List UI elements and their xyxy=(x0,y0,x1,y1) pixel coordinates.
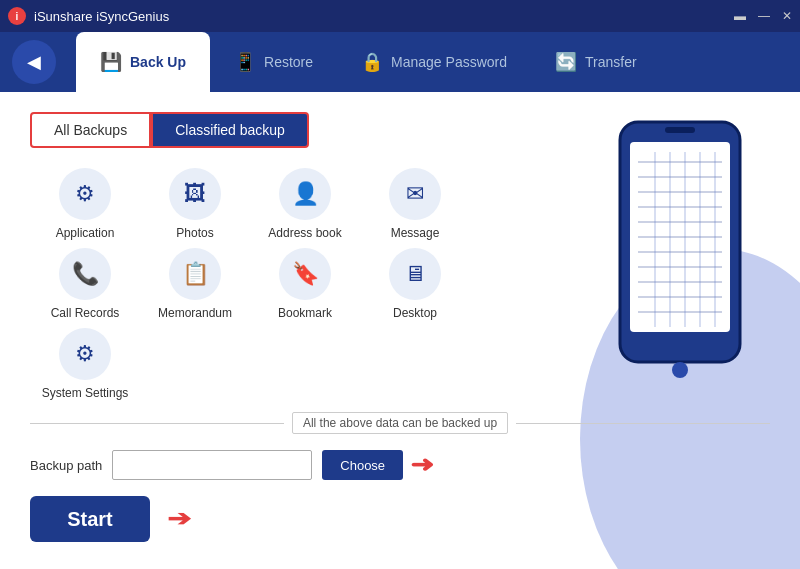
memorandum-icon: 📋 xyxy=(169,248,221,300)
tab-transfer[interactable]: 🔄 Transfer xyxy=(531,32,661,92)
icon-memorandum[interactable]: 📋 Memorandum xyxy=(140,248,250,320)
icon-desktop[interactable]: 🖥 Desktop xyxy=(360,248,470,320)
sub-tab-row: All Backups Classified backup xyxy=(30,112,770,148)
backup-path-input[interactable] xyxy=(112,450,312,480)
choose-button[interactable]: Choose xyxy=(322,450,403,480)
icon-system-settings[interactable]: ⚙ System Settings xyxy=(30,328,140,400)
backup-icon: 💾 xyxy=(100,51,122,73)
navbar: ◀ 💾 Back Up 📱 Restore 🔒 Manage Password … xyxy=(0,32,800,92)
divider-text: All the above data can be backed up xyxy=(292,412,508,434)
tab-restore-label: Restore xyxy=(264,54,313,70)
icon-photos[interactable]: 🖼 Photos xyxy=(140,168,250,240)
application-icon: ⚙ xyxy=(59,168,111,220)
call-records-icon: 📞 xyxy=(59,248,111,300)
arrow-right-icon: ➜ xyxy=(410,452,433,478)
call-records-label: Call Records xyxy=(51,306,120,320)
photos-label: Photos xyxy=(176,226,213,240)
arrow-left-icon: ➔ xyxy=(167,506,190,532)
icon-address-book[interactable]: 👤 Address book xyxy=(250,168,360,240)
icons-grid: ⚙ Application 🖼 Photos 👤 Address book ✉ … xyxy=(30,168,770,400)
restore-icon: 📱 xyxy=(234,51,256,73)
bookmark-icon: 🔖 xyxy=(279,248,331,300)
tab-manage-password[interactable]: 🔒 Manage Password xyxy=(337,32,531,92)
sub-tab-all-backups[interactable]: All Backups xyxy=(30,112,151,148)
desktop-label: Desktop xyxy=(393,306,437,320)
icon-message[interactable]: ✉ Message xyxy=(360,168,470,240)
nav-tabs: 💾 Back Up 📱 Restore 🔒 Manage Password 🔄 … xyxy=(76,32,661,92)
message-icon: ✉ xyxy=(389,168,441,220)
titlebar-left: i iSunshare iSyncGenius xyxy=(8,7,169,25)
titlebar-controls: ▬ — ✕ xyxy=(734,9,792,23)
icon-bookmark[interactable]: 🔖 Bookmark xyxy=(250,248,360,320)
application-label: Application xyxy=(56,226,115,240)
close-icon[interactable]: ✕ xyxy=(782,9,792,23)
app-name: iSunshare iSyncGenius xyxy=(34,9,169,24)
lock-icon: 🔒 xyxy=(361,51,383,73)
divider-line-right xyxy=(516,423,770,424)
transfer-icon: 🔄 xyxy=(555,51,577,73)
tab-manage-password-label: Manage Password xyxy=(391,54,507,70)
system-settings-icon: ⚙ xyxy=(59,328,111,380)
start-button[interactable]: Start xyxy=(30,496,150,542)
tab-restore[interactable]: 📱 Restore xyxy=(210,32,337,92)
content-area: All Backups Classified backup ⚙ Applicat… xyxy=(0,92,800,569)
main-content: All Backups Classified backup ⚙ Applicat… xyxy=(0,92,800,569)
backup-path-label: Backup path xyxy=(30,458,102,473)
desktop-icon: 🖥 xyxy=(389,248,441,300)
minimize-icon[interactable]: ▬ xyxy=(734,9,746,23)
address-book-label: Address book xyxy=(268,226,341,240)
start-btn-row: Start ➔ xyxy=(30,496,770,542)
titlebar: i iSunshare iSyncGenius ▬ — ✕ xyxy=(0,0,800,32)
system-settings-label: System Settings xyxy=(42,386,129,400)
memorandum-label: Memorandum xyxy=(158,306,232,320)
divider-line-left xyxy=(30,423,284,424)
tab-transfer-label: Transfer xyxy=(585,54,637,70)
app-icon: i xyxy=(8,7,26,25)
divider-row: All the above data can be backed up xyxy=(30,412,770,434)
sub-tab-classified-backup[interactable]: Classified backup xyxy=(151,112,309,148)
photos-icon: 🖼 xyxy=(169,168,221,220)
message-label: Message xyxy=(391,226,440,240)
icon-application[interactable]: ⚙ Application xyxy=(30,168,140,240)
icon-call-records[interactable]: 📞 Call Records xyxy=(30,248,140,320)
maximize-icon[interactable]: — xyxy=(758,9,770,23)
backup-path-row: Backup path Choose ➜ xyxy=(30,450,770,480)
bookmark-label: Bookmark xyxy=(278,306,332,320)
back-button[interactable]: ◀ xyxy=(12,40,56,84)
address-book-icon: 👤 xyxy=(279,168,331,220)
tab-backup[interactable]: 💾 Back Up xyxy=(76,32,210,92)
tab-backup-label: Back Up xyxy=(130,54,186,70)
